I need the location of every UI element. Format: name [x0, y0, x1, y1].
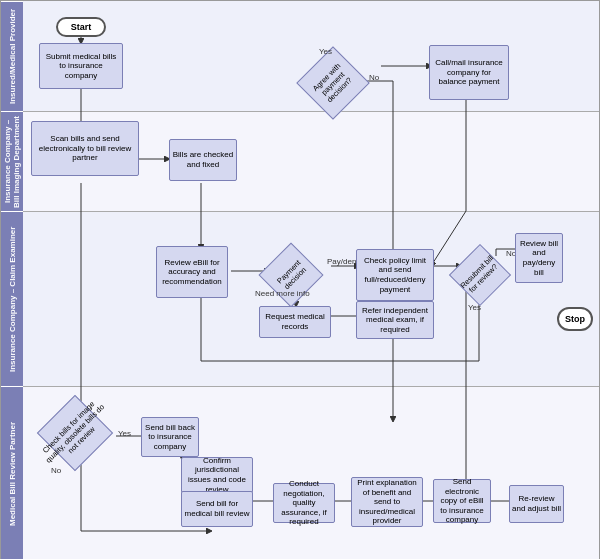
- conduct-neg-node: Conduct negotiation, quality assurance, …: [273, 483, 335, 523]
- request-records-node: Request medical records: [259, 306, 331, 338]
- lane-label-3: Insurance Company – Claim Examiner: [1, 211, 23, 386]
- lane-label-4: Medical Bill Review Partner: [1, 386, 23, 559]
- divider-2: [23, 211, 599, 212]
- checked-node: Bills are checked and fixed: [169, 139, 237, 181]
- check-image-node: Check bills for image quality, obsolete …: [31, 399, 119, 467]
- yes-label-check: Yes: [118, 429, 131, 438]
- diagram-container: Insured/Medical Provider Insurance Compa…: [0, 0, 600, 559]
- divider-3: [23, 386, 599, 387]
- scan-node: Scan bills and send electronically to bi…: [31, 121, 139, 176]
- submit-node: Submit medical bills to insurance compan…: [39, 43, 123, 89]
- yes-label-agree: Yes: [319, 47, 332, 56]
- no-label-agree: No: [369, 73, 379, 82]
- start-node: Start: [56, 17, 106, 37]
- send-back-node: Send bill back to insurance company: [141, 417, 199, 457]
- re-review-node: Re-review and adjust bill: [509, 485, 564, 523]
- lanes: Insured/Medical Provider Insurance Compa…: [1, 1, 23, 559]
- confirm-juris-node: Confirm jurisdictional issues and code r…: [181, 457, 253, 493]
- stop-node: Stop: [557, 307, 593, 331]
- print-explanation-node: Print explanation of benefit and send to…: [351, 477, 423, 527]
- review-ebill-node: Review eBill for accuracy and recommenda…: [156, 246, 228, 298]
- yes-label-resubmit: Yes: [468, 303, 481, 312]
- send-ecopy-node: Send electronic copy of eBill to insuran…: [433, 479, 491, 523]
- send-medical-node: Send bill for medical bill review: [181, 491, 253, 527]
- review-bill-node: Review bill and pay/deny bill: [515, 233, 563, 283]
- refer-exam-node: Refer independent medical exam, if requi…: [356, 301, 434, 339]
- check-policy-node: Check policy limit and send full/reduced…: [356, 249, 434, 301]
- resubmit-node: Resubmit bill for review?: [451, 246, 509, 304]
- lane-label-1: Insured/Medical Provider: [1, 1, 23, 111]
- lane-label-2: Insurance Company – Bill Imaging Departm…: [1, 111, 23, 211]
- call-mail-node: Call/mail insurance company for balance …: [429, 45, 509, 100]
- agree-node: Agree with payment decision?: [299, 49, 367, 117]
